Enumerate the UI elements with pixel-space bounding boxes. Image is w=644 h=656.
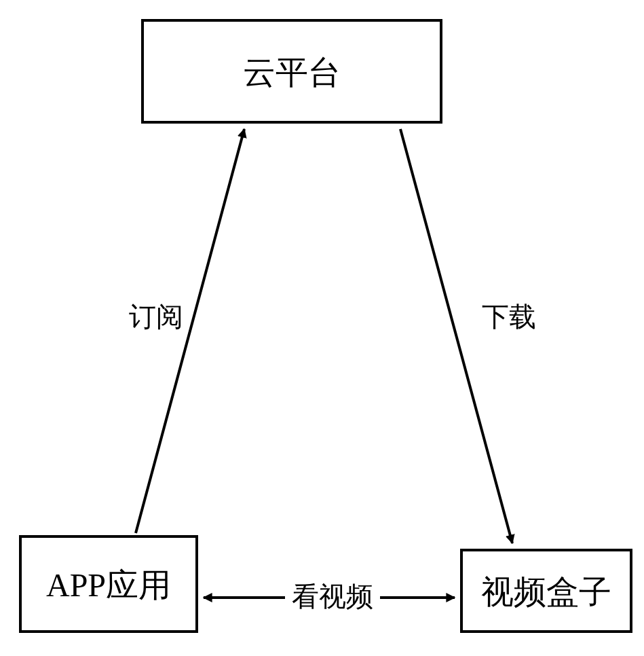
node-video-label: 视频盒子: [481, 574, 611, 610]
edge-download-label: 下载: [482, 302, 536, 332]
edge-subscribe-label: 订阅: [129, 302, 183, 332]
edge-download: 下载: [400, 129, 536, 543]
edge-subscribe: 订阅: [129, 129, 244, 533]
system-diagram: 云平台 APP应用 视频盒子 订阅 下载 看视频: [0, 0, 644, 656]
edge-watch-label: 看视频: [292, 581, 373, 612]
node-app-label: APP应用: [46, 567, 171, 603]
node-cloud-label: 云平台: [243, 54, 341, 90]
svg-line-4: [400, 129, 512, 543]
node-cloud-platform: 云平台: [143, 20, 441, 122]
node-video-box: 视频盒子: [461, 550, 631, 632]
edge-watch: 看视频: [204, 577, 455, 615]
node-app: APP应用: [20, 536, 197, 632]
